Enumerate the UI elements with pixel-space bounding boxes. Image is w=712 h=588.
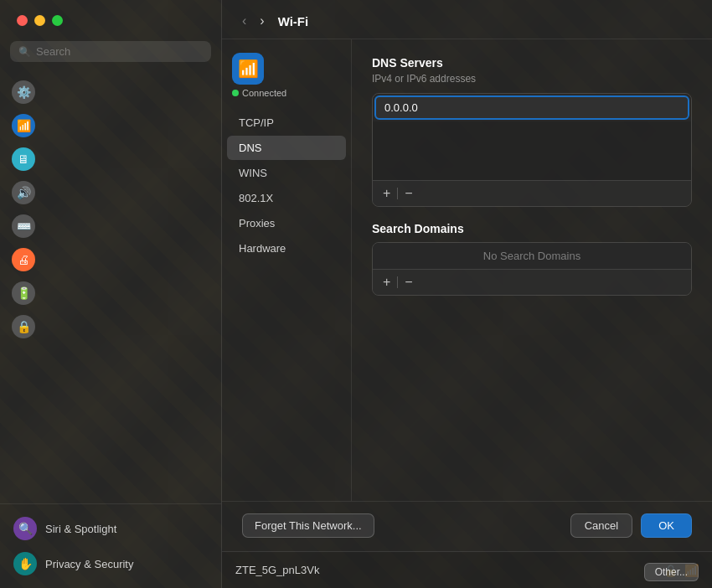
nav-item-8021x[interactable]: 802.1X [227,186,346,210]
search-domains-box: No Search Domains + − [372,242,692,296]
dns-entry-input[interactable] [374,95,689,120]
cancel-button[interactable]: Cancel [570,513,632,538]
bottom-buttons: Forget This Network... Cancel OK [222,501,712,551]
privacy-icon: ✋ [13,552,37,575]
nav-list-items: TCP/IP DNS WINS 802.1X Proxies Hardware [222,106,351,265]
sidebar-item-icon-4: 🔊 [12,181,35,204]
forward-arrow[interactable]: › [256,12,267,30]
sidebar: 🔍 Search ⚙️ 📶 🖥 🔊 ⌨️ 🖨 🔋 🔒 🔍 [0,0,222,588]
domains-remove-button[interactable]: − [401,274,415,291]
sidebar-footer-siri[interactable]: 🔍 Siri & Spotlight [0,511,221,546]
main-panel: ‹ › Wi-Fi 📶 Connected TCP/IP DNS [222,0,712,551]
right-buttons: Cancel OK [570,513,692,538]
sidebar-item-icon-8: 🔒 [12,315,35,338]
nav-item-dns[interactable]: DNS [227,136,346,160]
sidebar-item-1[interactable]: ⚙️ [0,75,221,109]
search-placeholder: Search [36,45,70,58]
wifi-icon: 📶 [232,53,264,85]
minimize-button[interactable] [34,15,45,26]
sidebar-item-7[interactable]: 🔋 [0,276,221,310]
search-domains-controls: + − [373,269,691,295]
sidebar-item-icon-2: 📶 [12,114,35,137]
network-name: ZTE_5G_pnL3Vk [235,564,319,576]
settings-pane: DNS Servers IPv4 or IPv6 addresses + − S… [352,39,712,501]
bottom-bar: ZTE_5G_pnL3Vk 🔒 📶 [222,551,712,588]
title-bar: ‹ › Wi-Fi [222,0,712,39]
content-area: 📶 Connected TCP/IP DNS WINS 802.1X [222,39,712,501]
sidebar-item-icon-6: 🖨 [12,248,35,271]
sidebar-search[interactable]: 🔍 Search [10,41,211,62]
back-arrow[interactable]: ‹ [239,12,250,30]
sidebar-footer-privacy[interactable]: ✋ Privacy & Security [0,546,221,581]
sidebar-item-8[interactable]: 🔒 [0,310,221,343]
dns-empty-space [373,121,691,180]
dns-entry-row [373,94,691,121]
sidebar-item-icon-5: ⌨️ [12,214,35,238]
connected-label: Connected [242,88,286,98]
nav-item-tcpip[interactable]: TCP/IP [227,111,346,135]
other-button[interactable]: Other... [644,563,699,581]
dns-section-title: DNS Servers [372,56,692,70]
sidebar-item-6[interactable]: 🖨 [0,243,221,276]
no-domains-label: No Search Domains [373,243,691,269]
nav-list: 📶 Connected TCP/IP DNS WINS 802.1X [222,39,352,501]
sidebar-footer: 🔍 Siri & Spotlight ✋ Privacy & Security [0,503,221,588]
nav-item-wins[interactable]: WINS [227,161,346,185]
dns-add-button[interactable]: + [379,185,394,202]
dns-box: + − [372,93,692,207]
ok-button[interactable]: OK [641,513,692,538]
connected-badge: Connected [232,88,286,98]
privacy-label: Privacy & Security [45,558,133,570]
sidebar-item-4[interactable]: 🔊 [0,176,221,209]
sidebar-item-2[interactable]: 📶 [0,109,221,142]
domains-add-button[interactable]: + [379,274,394,291]
maximize-button[interactable] [52,15,63,26]
sidebar-item-icon-3: 🖥 [12,147,35,171]
siri-icon: 🔍 [13,517,37,540]
nav-item-proxies[interactable]: Proxies [227,211,346,235]
search-domains-title: Search Domains [372,222,692,235]
sidebar-item-icon-7: 🔋 [12,281,35,305]
siri-label: Siri & Spotlight [45,523,116,535]
domains-btn-divider [397,276,398,288]
sidebar-item-3[interactable]: 🖥 [0,142,221,176]
sidebar-item-5[interactable]: ⌨️ [0,209,221,243]
search-icon: 🔍 [18,46,31,58]
forget-network-button[interactable]: Forget This Network... [242,513,374,538]
close-button[interactable] [17,15,28,26]
sidebar-item-icon-1: ⚙️ [12,80,35,104]
nav-item-hardware[interactable]: Hardware [227,236,346,260]
sidebar-items: ⚙️ 📶 🖥 🔊 ⌨️ 🖨 🔋 🔒 [0,72,221,503]
traffic-lights [0,0,221,38]
dns-section-subtitle: IPv4 or IPv6 addresses [372,73,692,85]
connected-item: 📶 Connected [222,46,351,106]
dns-btn-divider [397,188,398,199]
page-title: Wi-Fi [278,14,309,28]
dns-remove-button[interactable]: − [401,185,415,202]
connected-dot [232,90,239,96]
dns-controls: + − [373,180,691,206]
